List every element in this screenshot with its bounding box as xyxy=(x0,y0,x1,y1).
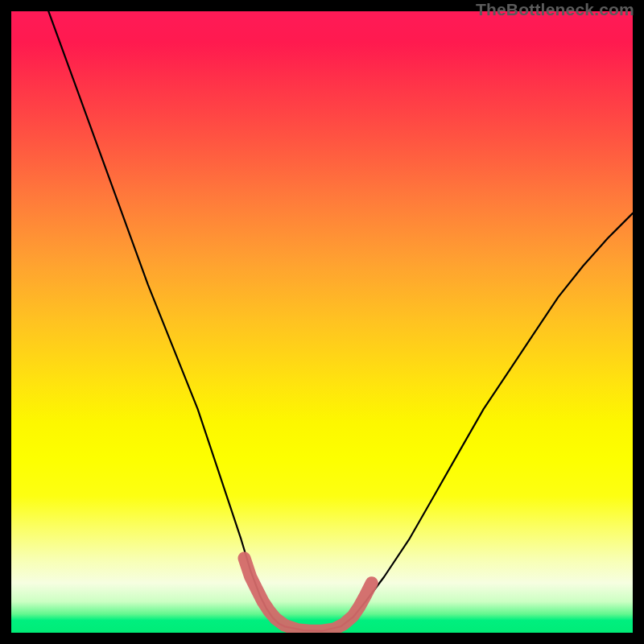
chart-stage: TheBottleneck.com xyxy=(0,0,644,644)
watermark-text: TheBottleneck.com xyxy=(476,0,634,19)
plot-frame xyxy=(11,11,633,633)
highlight-line xyxy=(245,558,372,630)
chart-overlay xyxy=(11,11,633,633)
curve-line xyxy=(48,11,633,631)
